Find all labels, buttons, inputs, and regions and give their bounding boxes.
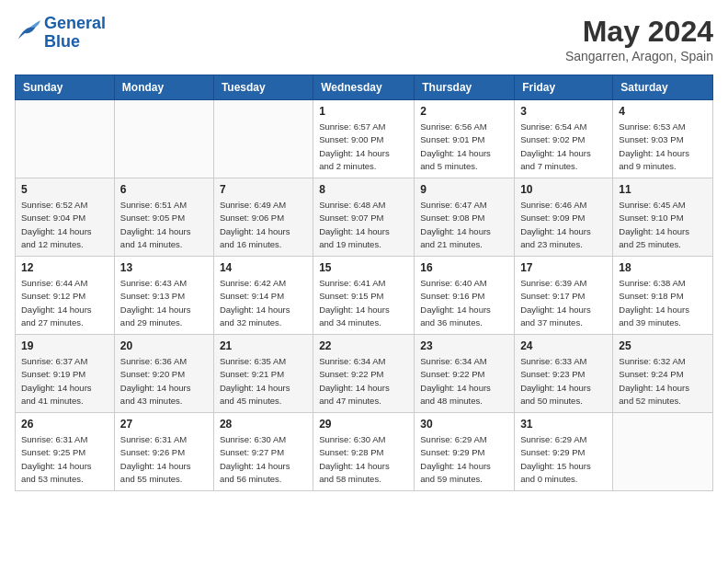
calendar-cell: 13Sunrise: 6:43 AM Sunset: 9:13 PM Dayli…	[114, 257, 213, 335]
day-info: Sunrise: 6:33 AM Sunset: 9:23 PM Dayligh…	[520, 355, 607, 408]
day-number: 17	[520, 261, 607, 274]
day-number: 25	[619, 339, 707, 352]
calendar-cell: 28Sunrise: 6:30 AM Sunset: 9:27 PM Dayli…	[213, 413, 313, 491]
day-info: Sunrise: 6:35 AM Sunset: 9:21 PM Dayligh…	[220, 355, 307, 408]
day-info: Sunrise: 6:42 AM Sunset: 9:14 PM Dayligh…	[220, 277, 307, 329]
calendar-table: SundayMondayTuesdayWednesdayThursdayFrid…	[15, 75, 713, 491]
calendar-cell: 26Sunrise: 6:31 AM Sunset: 9:25 PM Dayli…	[16, 413, 115, 491]
calendar-cell: 19Sunrise: 6:37 AM Sunset: 9:19 PM Dayli…	[16, 335, 115, 413]
day-number: 2	[420, 105, 508, 118]
calendar-cell: 12Sunrise: 6:44 AM Sunset: 9:12 PM Dayli…	[16, 257, 115, 335]
day-info: Sunrise: 6:32 AM Sunset: 9:24 PM Dayligh…	[619, 355, 707, 408]
calendar-week-2: 5Sunrise: 6:52 AM Sunset: 9:04 PM Daylig…	[16, 178, 713, 257]
day-number: 9	[420, 183, 508, 196]
calendar-cell: 15Sunrise: 6:41 AM Sunset: 9:15 PM Dayli…	[313, 257, 415, 335]
day-number: 18	[619, 261, 707, 274]
day-info: Sunrise: 6:31 AM Sunset: 9:25 PM Dayligh…	[21, 433, 108, 486]
title-block: May 2024 Sangarren, Aragon, Spain	[565, 15, 713, 63]
calendar-cell: 24Sunrise: 6:33 AM Sunset: 9:23 PM Dayli…	[515, 335, 613, 413]
calendar-cell: 9Sunrise: 6:47 AM Sunset: 9:08 PM Daylig…	[415, 178, 515, 257]
logo-icon	[15, 20, 40, 46]
calendar-cell: 11Sunrise: 6:45 AM Sunset: 9:10 PM Dayli…	[613, 178, 713, 257]
day-info: Sunrise: 6:37 AM Sunset: 9:19 PM Dayligh…	[21, 355, 108, 408]
header-sunday: Sunday	[16, 75, 115, 100]
calendar-cell: 1Sunrise: 6:57 AM Sunset: 9:00 PM Daylig…	[313, 100, 415, 178]
day-number: 14	[220, 261, 307, 274]
header-friday: Friday	[515, 75, 613, 100]
day-number: 12	[21, 261, 108, 274]
calendar-cell: 8Sunrise: 6:48 AM Sunset: 9:07 PM Daylig…	[313, 178, 415, 257]
calendar-cell: 22Sunrise: 6:34 AM Sunset: 9:22 PM Dayli…	[313, 335, 415, 413]
calendar-cell: 5Sunrise: 6:52 AM Sunset: 9:04 PM Daylig…	[16, 178, 115, 257]
calendar-week-5: 26Sunrise: 6:31 AM Sunset: 9:25 PM Dayli…	[16, 413, 713, 491]
day-number: 11	[619, 183, 707, 196]
day-number: 19	[21, 339, 108, 352]
day-number: 23	[420, 339, 508, 352]
day-info: Sunrise: 6:54 AM Sunset: 9:02 PM Dayligh…	[520, 121, 607, 173]
day-info: Sunrise: 6:46 AM Sunset: 9:09 PM Dayligh…	[520, 199, 607, 251]
day-number: 3	[520, 105, 607, 118]
day-info: Sunrise: 6:30 AM Sunset: 9:27 PM Dayligh…	[220, 433, 307, 486]
header-monday: Monday	[114, 75, 213, 100]
day-number: 4	[619, 105, 707, 118]
day-info: Sunrise: 6:31 AM Sunset: 9:26 PM Dayligh…	[120, 433, 208, 486]
calendar-cell: 17Sunrise: 6:39 AM Sunset: 9:17 PM Dayli…	[515, 257, 613, 335]
calendar-cell: 20Sunrise: 6:36 AM Sunset: 9:20 PM Dayli…	[114, 335, 213, 413]
calendar-cell: 18Sunrise: 6:38 AM Sunset: 9:18 PM Dayli…	[613, 257, 713, 335]
calendar-cell: 3Sunrise: 6:54 AM Sunset: 9:02 PM Daylig…	[515, 100, 613, 178]
header-tuesday: Tuesday	[213, 75, 313, 100]
calendar-cell: 27Sunrise: 6:31 AM Sunset: 9:26 PM Dayli…	[114, 413, 213, 491]
day-number: 7	[220, 183, 307, 196]
day-number: 24	[520, 339, 607, 352]
day-info: Sunrise: 6:34 AM Sunset: 9:22 PM Dayligh…	[319, 355, 408, 408]
calendar-week-4: 19Sunrise: 6:37 AM Sunset: 9:19 PM Dayli…	[16, 335, 713, 413]
day-info: Sunrise: 6:44 AM Sunset: 9:12 PM Dayligh…	[21, 277, 108, 329]
calendar-cell: 23Sunrise: 6:34 AM Sunset: 9:22 PM Dayli…	[415, 335, 515, 413]
month-title: May 2024	[565, 15, 713, 49]
calendar-week-3: 12Sunrise: 6:44 AM Sunset: 9:12 PM Dayli…	[16, 257, 713, 335]
day-number: 6	[120, 183, 208, 196]
calendar-header-row: SundayMondayTuesdayWednesdayThursdayFrid…	[16, 75, 713, 100]
header-wednesday: Wednesday	[313, 75, 415, 100]
day-info: Sunrise: 6:34 AM Sunset: 9:22 PM Dayligh…	[420, 355, 508, 408]
day-number: 29	[319, 418, 408, 431]
day-number: 31	[520, 418, 607, 431]
day-info: Sunrise: 6:57 AM Sunset: 9:00 PM Dayligh…	[319, 121, 408, 173]
day-info: Sunrise: 6:49 AM Sunset: 9:06 PM Dayligh…	[220, 199, 307, 251]
day-info: Sunrise: 6:39 AM Sunset: 9:17 PM Dayligh…	[520, 277, 607, 329]
calendar-cell: 4Sunrise: 6:53 AM Sunset: 9:03 PM Daylig…	[613, 100, 713, 178]
header-thursday: Thursday	[415, 75, 515, 100]
day-number: 22	[319, 339, 408, 352]
calendar-cell: 10Sunrise: 6:46 AM Sunset: 9:09 PM Dayli…	[515, 178, 613, 257]
day-info: Sunrise: 6:51 AM Sunset: 9:05 PM Dayligh…	[120, 199, 208, 251]
day-info: Sunrise: 6:41 AM Sunset: 9:15 PM Dayligh…	[319, 277, 408, 329]
day-info: Sunrise: 6:36 AM Sunset: 9:20 PM Dayligh…	[120, 355, 208, 408]
calendar-cell	[16, 100, 115, 178]
calendar-cell	[613, 413, 713, 491]
day-number: 21	[220, 339, 307, 352]
calendar-cell: 14Sunrise: 6:42 AM Sunset: 9:14 PM Dayli…	[213, 257, 313, 335]
calendar-cell: 31Sunrise: 6:29 AM Sunset: 9:29 PM Dayli…	[515, 413, 613, 491]
calendar-cell: 16Sunrise: 6:40 AM Sunset: 9:16 PM Dayli…	[415, 257, 515, 335]
calendar-cell	[213, 100, 313, 178]
day-info: Sunrise: 6:43 AM Sunset: 9:13 PM Dayligh…	[120, 277, 208, 329]
day-info: Sunrise: 6:30 AM Sunset: 9:28 PM Dayligh…	[319, 433, 408, 486]
day-info: Sunrise: 6:53 AM Sunset: 9:03 PM Dayligh…	[619, 121, 707, 173]
day-number: 5	[21, 183, 108, 196]
location: Sangarren, Aragon, Spain	[565, 49, 713, 63]
page-header: General Blue May 2024 Sangarren, Aragon,…	[15, 15, 713, 63]
day-info: Sunrise: 6:45 AM Sunset: 9:10 PM Dayligh…	[619, 199, 707, 251]
day-info: Sunrise: 6:56 AM Sunset: 9:01 PM Dayligh…	[420, 121, 508, 173]
calendar-cell: 2Sunrise: 6:56 AM Sunset: 9:01 PM Daylig…	[415, 100, 515, 178]
day-number: 13	[120, 261, 208, 274]
calendar-cell: 30Sunrise: 6:29 AM Sunset: 9:29 PM Dayli…	[415, 413, 515, 491]
calendar-cell: 25Sunrise: 6:32 AM Sunset: 9:24 PM Dayli…	[613, 335, 713, 413]
day-info: Sunrise: 6:29 AM Sunset: 9:29 PM Dayligh…	[520, 433, 607, 486]
day-info: Sunrise: 6:29 AM Sunset: 9:29 PM Dayligh…	[420, 433, 508, 486]
logo-text: General Blue	[44, 15, 106, 52]
day-number: 30	[420, 418, 508, 431]
calendar-cell	[114, 100, 213, 178]
day-info: Sunrise: 6:40 AM Sunset: 9:16 PM Dayligh…	[420, 277, 508, 329]
day-number: 28	[220, 418, 307, 431]
day-number: 15	[319, 261, 408, 274]
